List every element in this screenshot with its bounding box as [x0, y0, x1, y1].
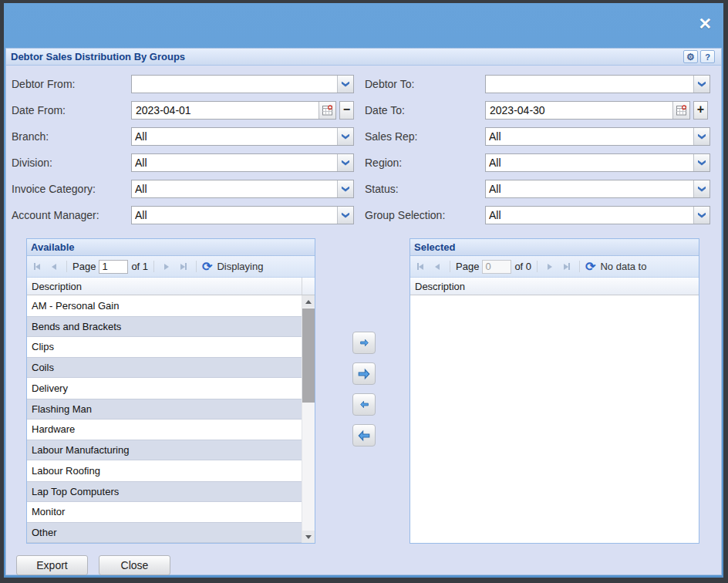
field-label-status: Status:	[354, 180, 485, 198]
date-to-field[interactable]	[485, 101, 690, 120]
available-paging-toolbar: Page of 1 ⟳ Displaying	[27, 256, 315, 278]
selected-paging-toolbar: Page of 0 ⟳ No data to	[410, 256, 699, 278]
arrow-right-small-icon	[359, 338, 369, 348]
refresh-icon[interactable]: ⟳	[202, 261, 212, 273]
settings-button[interactable]: ⚙	[683, 50, 698, 63]
division-input[interactable]	[132, 154, 337, 171]
debtor-to-select[interactable]	[485, 75, 710, 93]
move-right-button[interactable]	[352, 332, 376, 354]
region-input[interactable]	[486, 154, 693, 171]
date-plus-button[interactable]: +	[693, 101, 708, 120]
arrow-left-small-icon	[359, 399, 369, 409]
scrollbar[interactable]	[302, 295, 315, 543]
chevron-down-icon[interactable]	[337, 76, 353, 93]
list-item[interactable]: Labour Manufacturing	[27, 440, 302, 460]
page-first-button[interactable]	[30, 260, 44, 274]
page-count-label: of 0	[514, 261, 531, 272]
status-input[interactable]	[486, 180, 693, 197]
list-item[interactable]: Other	[27, 522, 302, 543]
export-button[interactable]: Export	[16, 555, 88, 575]
debtor-to-input[interactable]	[486, 76, 693, 93]
scrollbar-thumb[interactable]	[302, 308, 315, 403]
branch-input[interactable]	[132, 128, 337, 145]
chevron-down-icon[interactable]	[337, 180, 353, 197]
page-label: Page	[72, 261, 96, 272]
date-from-field[interactable]	[131, 101, 336, 120]
page-prev-button[interactable]	[47, 260, 61, 274]
list-item[interactable]: Labour Roofing	[27, 460, 302, 481]
dialog-window: ✕ Debtor Sales Distribution By Groups ⚙ …	[4, 3, 723, 578]
page-title: Debtor Sales Distribution By Groups	[6, 49, 185, 66]
close-button[interactable]: Close	[99, 555, 170, 575]
refresh-icon[interactable]: ⟳	[585, 261, 595, 273]
available-panel-title: Available	[27, 239, 315, 256]
selected-panel-title: Selected	[410, 239, 699, 256]
list-item[interactable]: Lap Top Computers	[27, 481, 302, 502]
chevron-down-icon[interactable]	[693, 76, 709, 93]
chevron-down-icon[interactable]	[337, 128, 353, 145]
sales-rep-select[interactable]	[485, 127, 710, 146]
list-item[interactable]: Delivery	[27, 378, 302, 399]
sales-rep-input[interactable]	[486, 128, 693, 145]
chevron-down-icon[interactable]	[337, 154, 353, 171]
chevron-down-icon[interactable]	[693, 180, 709, 197]
group-selection-select[interactable]	[485, 206, 710, 224]
page-next-button[interactable]	[543, 260, 557, 274]
calendar-icon[interactable]	[318, 102, 335, 119]
selected-column-header[interactable]: Description	[410, 278, 699, 295]
region-select[interactable]	[485, 153, 710, 172]
paging-status-text: No data to	[600, 261, 646, 272]
arrow-left-large-icon	[357, 429, 371, 443]
calendar-icon[interactable]	[672, 102, 689, 119]
move-left-button[interactable]	[352, 393, 376, 416]
list-item[interactable]: Hardware	[27, 420, 302, 440]
arrow-right-large-icon	[357, 367, 371, 381]
page-last-button[interactable]	[177, 260, 190, 274]
invoice-category-input[interactable]	[132, 180, 337, 197]
debtor-from-select[interactable]	[131, 75, 354, 93]
close-icon[interactable]: ✕	[698, 15, 712, 32]
chevron-down-icon[interactable]	[693, 154, 709, 171]
field-label-region: Region:	[354, 153, 485, 172]
group-selection-input[interactable]	[486, 207, 693, 224]
status-select[interactable]	[485, 180, 710, 198]
branch-select[interactable]	[131, 127, 354, 146]
account-manager-input[interactable]	[132, 207, 337, 224]
field-label-sales-rep: Sales Rep:	[354, 127, 485, 146]
list-item[interactable]: AM - Personal Gain	[27, 295, 302, 316]
scroll-down-icon[interactable]	[302, 531, 315, 543]
page-number-input[interactable]	[99, 260, 128, 274]
date-to-input[interactable]	[486, 102, 672, 119]
move-all-right-button[interactable]	[352, 362, 376, 385]
selected-grid-body	[410, 295, 699, 543]
list-item[interactable]: Coils	[27, 357, 302, 378]
list-item[interactable]: Clips	[27, 337, 302, 358]
field-label-date-from: Date From:	[12, 101, 131, 120]
page-number-input[interactable]	[482, 260, 511, 274]
move-all-left-button[interactable]	[352, 424, 376, 447]
chevron-down-icon[interactable]	[693, 128, 709, 145]
page-next-button[interactable]	[160, 260, 174, 274]
page-last-button[interactable]	[560, 260, 574, 274]
invoice-category-select[interactable]	[131, 180, 354, 198]
scroll-up-icon[interactable]	[302, 295, 315, 308]
debtor-from-input[interactable]	[132, 76, 337, 93]
page-first-button[interactable]	[413, 260, 427, 274]
chevron-down-icon[interactable]	[337, 207, 353, 224]
available-panel: Available Page of 1 ⟳ Displaying Descrip…	[26, 238, 315, 544]
page-prev-button[interactable]	[430, 260, 444, 274]
field-label-branch: Branch:	[12, 127, 131, 146]
account-manager-select[interactable]	[131, 206, 354, 224]
chevron-down-icon[interactable]	[693, 207, 709, 224]
date-minus-button[interactable]: −	[339, 101, 354, 120]
help-button[interactable]: ?	[700, 50, 715, 63]
field-label-debtor-to: Debtor To:	[354, 75, 485, 93]
list-item[interactable]: Flashing Man	[27, 399, 302, 420]
date-from-input[interactable]	[132, 102, 318, 119]
division-select[interactable]	[131, 153, 354, 172]
list-item[interactable]: Bends and Brackets	[27, 316, 302, 337]
available-column-header[interactable]: Description	[27, 278, 315, 295]
field-label-account-manager: Account Manager:	[12, 206, 131, 224]
list-item[interactable]: Monitor	[27, 502, 302, 523]
window-titlebar: ✕	[4, 3, 723, 48]
